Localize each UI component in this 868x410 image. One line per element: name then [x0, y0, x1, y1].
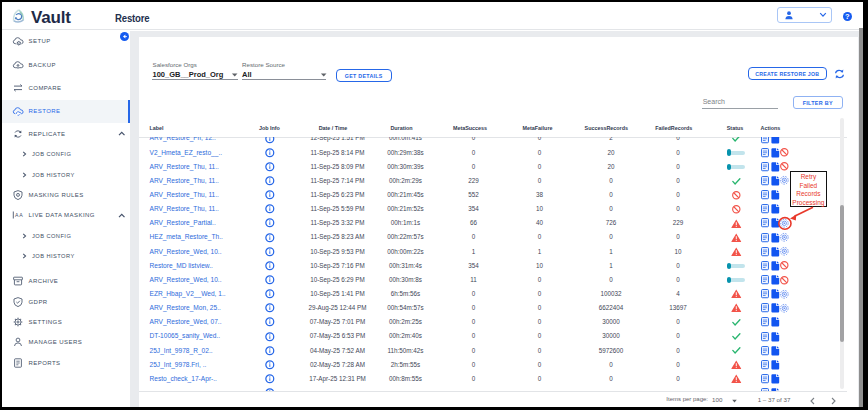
svg-text:A: A	[19, 212, 23, 218]
svg-text:A: A	[14, 212, 18, 218]
